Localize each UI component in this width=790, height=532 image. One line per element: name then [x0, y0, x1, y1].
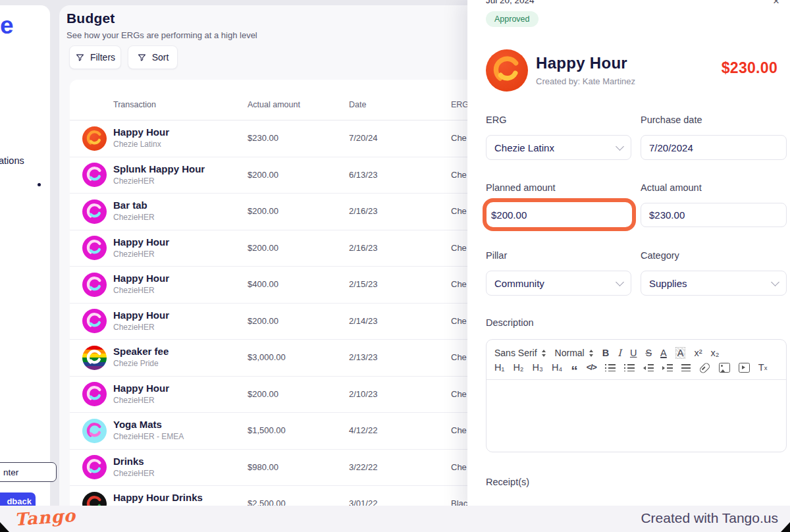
funnel-icon [137, 53, 147, 63]
bullet-list-icon [624, 363, 635, 372]
font-picker[interactable]: Sans Serif [494, 348, 546, 358]
transaction-actual-amount: $1,500.00 [248, 425, 286, 435]
transaction-name: Happy Hour Drinks [113, 492, 203, 503]
erg-avatar-icon [82, 126, 107, 151]
purchase-date-input[interactable]: 7/20/2024 [641, 135, 787, 160]
erg-avatar-icon [486, 49, 528, 92]
filters-button[interactable]: Filters [69, 45, 121, 69]
transaction-name: Happy Hour [113, 273, 169, 284]
underline-button[interactable]: U [630, 348, 637, 358]
transaction-name: Splunk Happy Hour [113, 163, 205, 174]
outdent-icon [643, 363, 654, 372]
ordered-list-icon [605, 363, 616, 372]
erg-avatar-icon [82, 419, 107, 443]
ordered-list-button[interactable] [605, 363, 616, 372]
align-button[interactable] [681, 363, 691, 373]
description-editor-body[interactable] [487, 380, 786, 454]
h1-button[interactable]: H₁ [494, 362, 504, 373]
transaction-amount: $230.00 [722, 59, 777, 77]
size-picker-value: Normal [555, 348, 585, 358]
transaction-group: Chezie Pride [113, 359, 159, 368]
actual-amount-label: Actual amount [641, 182, 702, 193]
purchase-date-value: 7/20/2024 [649, 142, 778, 153]
category-label: Category [641, 250, 679, 261]
transaction-date: 6/13/23 [349, 170, 377, 180]
transaction-actual-amount: $3,000.00 [248, 352, 286, 362]
erg-avatar-icon [82, 455, 107, 479]
transaction-group: ChezieHER - EMEA [113, 432, 184, 441]
column-header-date: Date [349, 100, 366, 109]
transaction-date: 3/22/22 [349, 462, 377, 472]
updown-caret-icon [542, 350, 546, 357]
font-picker-value: Sans Serif [494, 348, 537, 358]
h3-button[interactable]: H₃ [532, 362, 542, 373]
image-button[interactable] [719, 363, 730, 373]
indent-button[interactable] [662, 363, 673, 372]
h4-button[interactable]: H₄ [552, 362, 562, 373]
planned-amount-value: $200.00 [491, 209, 527, 221]
category-select-value: Supplies [649, 278, 772, 289]
actual-amount-input[interactable]: $230.00 [641, 203, 787, 227]
chevron-down-icon [616, 142, 624, 151]
editor-toolbar: Sans SerifNormalBIUSAAx²x₂ H₁H₂H₃H₄“</>T… [487, 340, 786, 380]
transaction-actual-amount: $400.00 [248, 279, 278, 289]
transaction-date: 4/12/22 [349, 425, 377, 435]
filters-label: Filters [90, 52, 115, 63]
transaction-group: ChezieHER [113, 286, 155, 295]
receipts-label: Receipt(s) [486, 477, 529, 487]
transaction-erg: Che [451, 133, 467, 143]
transaction-name: Speaker fee [113, 346, 169, 357]
transaction-date: 2/15/23 [349, 279, 377, 289]
category-select[interactable]: Supplies [641, 271, 787, 296]
widget-input-fragment[interactable]: nter [0, 462, 57, 482]
bullet-list-button[interactable] [624, 363, 635, 372]
erg-avatar-icon [82, 309, 107, 333]
transaction-group: ChezieHER [113, 396, 155, 405]
transaction-group: ChezieHER [113, 250, 155, 259]
clear-format-button[interactable]: Tx [758, 362, 768, 373]
toolbar-row-2: H₁H₂H₃H₄“</>Tx [494, 360, 778, 375]
highlight-color-button[interactable]: A [675, 347, 686, 359]
erg-select[interactable]: Chezie Latinx [486, 135, 631, 160]
h2-button[interactable]: H₂ [513, 362, 523, 373]
page-title: Budget [66, 11, 115, 26]
code-button[interactable]: </> [587, 363, 596, 372]
video-button[interactable] [739, 363, 750, 373]
transaction-actual-amount: $980.00 [248, 462, 278, 472]
erg-avatar-icon [82, 346, 107, 370]
sort-button[interactable]: Sort [128, 45, 178, 69]
planned-amount-input-highlighted[interactable]: $200.00 [483, 198, 636, 231]
link-button[interactable] [699, 364, 710, 371]
sidebar-nav-item-fragment[interactable]: ations [0, 155, 24, 166]
erg-avatar-icon [82, 382, 107, 406]
transaction-erg: Che [451, 389, 467, 399]
italic-button[interactable]: I [618, 348, 621, 358]
close-icon[interactable]: × [773, 0, 779, 8]
chevron-down-icon [771, 278, 779, 286]
updown-caret-icon [589, 350, 594, 357]
bold-button[interactable]: B [602, 348, 609, 358]
text-color-button[interactable]: A [660, 348, 667, 358]
transaction-date: 2/16/23 [349, 206, 377, 216]
strikethrough-button[interactable]: S [645, 348, 652, 358]
outdent-button[interactable] [643, 363, 654, 372]
superscript-button[interactable]: x² [694, 348, 702, 358]
column-header-actual-amount: Actual amount [248, 100, 300, 109]
pillar-select[interactable]: Community [486, 271, 631, 296]
transaction-group: ChezieHER [113, 469, 155, 478]
blockquote-button[interactable]: “ [571, 367, 578, 374]
column-header-erg: ERG [451, 100, 469, 109]
erg-field-label: ERG [486, 115, 506, 125]
transaction-date: 2/14/23 [349, 316, 377, 326]
transaction-erg: Che [451, 352, 467, 362]
size-picker[interactable]: Normal [555, 348, 594, 358]
erg-avatar-icon [82, 163, 107, 187]
transaction-erg: Che [451, 462, 467, 472]
planned-amount-label: Planned amount [486, 182, 556, 193]
sort-label: Sort [152, 52, 169, 63]
subscript-button[interactable]: x₂ [711, 348, 720, 358]
page-subtitle: See how your ERGs are performing at a hi… [66, 30, 257, 40]
erg-avatar-icon [82, 200, 107, 224]
tango-footer: Tango Created with Tango.us [0, 506, 790, 532]
notification-dot [38, 183, 41, 186]
